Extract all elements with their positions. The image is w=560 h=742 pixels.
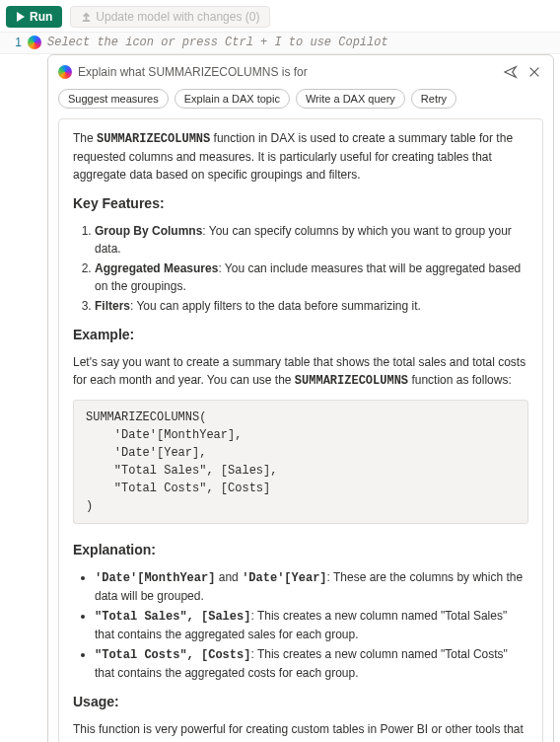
feature-item: Aggregated Measures: You can include mea… (95, 260, 528, 295)
explain-item: 'Date'[MonthYear] and 'Date'[Year]: Thes… (95, 568, 528, 605)
run-button[interactable]: Run (6, 6, 62, 28)
send-button[interactable] (502, 63, 520, 81)
explain-item: "Total Costs", [Costs]: This creates a n… (95, 645, 528, 682)
run-label: Run (30, 10, 52, 24)
line-number: 1 (6, 36, 22, 49)
editor-placeholder: Select the icon or press Ctrl + I to use… (47, 36, 552, 49)
explain-item: "Total Sales", [Sales]: This creates a n… (95, 607, 528, 643)
code-block: SUMMARIZECOLUMNS( 'Date'[MonthYear], 'Da… (73, 400, 528, 524)
text: The (73, 131, 97, 145)
text: function as follows: (408, 373, 512, 387)
chip-retry[interactable]: Retry (411, 89, 456, 109)
update-model-button: Update model with changes (0) (70, 6, 270, 28)
heading-example: Example: (73, 325, 528, 345)
heading-usage: Usage: (73, 692, 528, 712)
upload-icon (81, 12, 92, 23)
feature-item: Group By Columns: You can specify column… (95, 222, 528, 258)
heading-features: Key Features: (73, 193, 528, 214)
feature-item: Filters: You can apply filters to the da… (95, 297, 528, 315)
function-name: SUMMARIZECOLUMNS (295, 374, 408, 388)
function-name: SUMMARIZECOLUMNS (97, 132, 210, 146)
send-icon (504, 65, 518, 79)
chip-suggest-measures[interactable]: Suggest measures (58, 89, 169, 109)
update-label: Update model with changes (0) (96, 10, 259, 24)
close-button[interactable] (525, 63, 543, 81)
copilot-icon (28, 36, 41, 49)
copilot-icon (58, 65, 72, 79)
heading-explanation: Explanation: (73, 540, 528, 560)
response-content: The SUMMARIZECOLUMNS function in DAX is … (58, 118, 543, 742)
editor-line[interactable]: 1 Select the icon or press Ctrl + I to u… (0, 32, 560, 54)
usage-text: This function is very powerful for creat… (73, 720, 528, 742)
play-icon (16, 12, 26, 22)
prompt-input[interactable] (78, 65, 496, 79)
chip-write-dax-query[interactable]: Write a DAX query (296, 89, 405, 109)
chip-explain-dax-topic[interactable]: Explain a DAX topic (175, 89, 290, 109)
close-icon (527, 65, 541, 79)
copilot-panel: Suggest measures Explain a DAX topic Wri… (47, 54, 554, 742)
